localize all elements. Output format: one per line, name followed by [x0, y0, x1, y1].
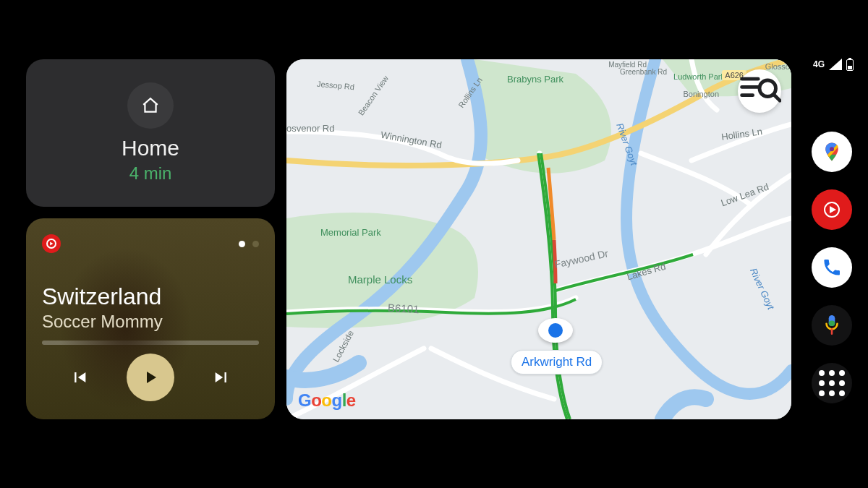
media-card[interactable]: Switzerland Soccer Mommy: [26, 218, 275, 419]
road-label-osvenor: osvenor Rd: [286, 123, 334, 134]
page-indicator: [239, 241, 259, 247]
park-label-memorial: Memorial Park: [320, 227, 381, 238]
signal-icon: [829, 59, 842, 70]
current-road-pill: Arkwright Rd: [511, 350, 603, 374]
android-auto-dashboard: Home 4 min Switzerland Soccer Mommy: [0, 0, 868, 488]
rail-music-button[interactable]: [812, 189, 852, 230]
battery-icon: [846, 58, 854, 71]
nav-suggestion-card[interactable]: Home 4 min: [26, 59, 275, 207]
park-label-ludworth: Ludworth Park: [673, 72, 725, 81]
progress-bar[interactable]: [42, 341, 259, 345]
rail-phone-button[interactable]: [812, 247, 852, 288]
track-artist: Soccer Mommy: [42, 312, 259, 332]
park-label-brabyns: Brabyns Park: [507, 74, 563, 85]
nav-eta-label: 4 min: [129, 163, 172, 184]
media-controls: [42, 354, 259, 401]
road-label-greenbank: Greenbank Rd: [620, 68, 667, 76]
svg-point-9: [830, 147, 834, 151]
map-search-button[interactable]: [738, 69, 781, 113]
network-label: 4G: [813, 59, 825, 69]
play-button[interactable]: [127, 354, 174, 401]
park-label-marple: Marple Locks: [348, 273, 412, 286]
track-title: Switzerland: [42, 283, 259, 310]
previous-track-button[interactable]: [63, 361, 95, 393]
apps-grid-icon: [819, 370, 845, 396]
youtube-music-icon: [42, 234, 61, 253]
widget-column: Home 4 min Switzerland Soccer Mommy: [26, 59, 275, 419]
road-label-bonington: Bonington: [683, 90, 719, 98]
road-label-b6101: B6101: [388, 301, 420, 315]
rail-apps-button[interactable]: [812, 363, 852, 403]
rail-assistant-button[interactable]: [812, 305, 852, 346]
map-view[interactable]: Brabyns Park Memorial Park Marple Locks …: [286, 59, 791, 419]
status-bar: 4G: [813, 58, 854, 71]
svg-line-5: [774, 95, 780, 100]
nav-destination-label: Home: [122, 136, 179, 160]
rail-maps-button[interactable]: [812, 132, 852, 172]
next-track-button[interactable]: [206, 361, 238, 393]
google-logo: Google: [298, 390, 356, 411]
svg-rect-12: [829, 321, 835, 327]
app-rail: [810, 132, 854, 403]
svg-rect-8: [848, 66, 852, 69]
home-icon: [127, 82, 174, 129]
svg-rect-6: [848, 58, 851, 59]
current-location-marker: [538, 318, 573, 343]
